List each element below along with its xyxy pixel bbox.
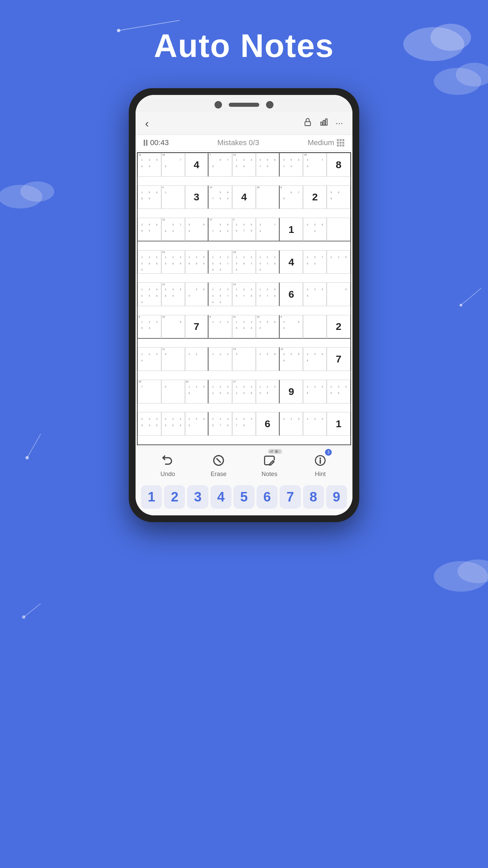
num-button-5[interactable]: 5 xyxy=(233,485,255,509)
sudoku-cell-8-2[interactable]: 2589 xyxy=(185,412,209,436)
sudoku-cell-0-0[interactable]: 2112569 xyxy=(138,153,161,177)
sudoku-cell-3-0[interactable]: 1235689 xyxy=(138,250,161,274)
sudoku-cell-6-2[interactable]: 12 xyxy=(185,347,209,371)
num-button-2[interactable]: 2 xyxy=(164,485,185,509)
num-button-6[interactable]: 6 xyxy=(257,485,278,509)
sudoku-cell-1-6[interactable]: 8679 xyxy=(280,185,303,209)
sudoku-cell-1-1[interactable]: 41 xyxy=(161,185,185,209)
sudoku-cell-0-6[interactable]: 35679 xyxy=(280,153,303,177)
sudoku-cell-2-5[interactable]: 379 xyxy=(256,218,280,241)
more-icon[interactable]: ··· xyxy=(336,118,343,129)
sudoku-cell-2-7[interactable]: 4569 xyxy=(303,218,327,241)
sudoku-cell-7-2[interactable]: 221258 xyxy=(185,380,209,403)
sudoku-cell-1-0[interactable]: 15689 xyxy=(138,185,161,209)
sudoku-cell-6-1[interactable]: 116 xyxy=(161,347,185,371)
sudoku-cell-0-8[interactable]: 8 xyxy=(327,153,350,177)
sudoku-cell-6-7[interactable]: 4589 xyxy=(303,347,327,371)
sudoku-cell-4-1[interactable]: 1234589 xyxy=(161,282,185,306)
sudoku-cell-4-3[interactable]: 12345789 xyxy=(208,282,232,306)
back-button[interactable]: ‹ xyxy=(145,117,149,130)
sudoku-cell-0-1[interactable]: 1979 xyxy=(161,153,185,177)
sudoku-cell-1-8[interactable]: 569 xyxy=(327,185,350,209)
sudoku-cell-8-7[interactable]: 345 xyxy=(303,412,327,436)
sudoku-cell-1-4[interactable]: 4 xyxy=(232,185,256,209)
sudoku-cell-7-7[interactable]: 3456 xyxy=(303,380,327,403)
sudoku-cell-6-8[interactable]: 7 xyxy=(327,347,350,371)
sudoku-cell-7-0[interactable]: 297 xyxy=(138,380,161,403)
sudoku-cell-7-5[interactable]: 12356 xyxy=(256,380,280,403)
notes-toggle[interactable]: off xyxy=(268,449,282,454)
sudoku-cell-5-6[interactable]: 9389 xyxy=(280,315,303,339)
sudoku-cell-6-3[interactable]: 123 xyxy=(208,347,232,371)
num-button-3[interactable]: 3 xyxy=(187,485,208,509)
sudoku-cell-1-5[interactable]: 16 xyxy=(256,185,280,209)
sudoku-cell-2-1[interactable]: 125789 xyxy=(161,218,185,241)
sudoku-cell-8-5[interactable]: 6 xyxy=(256,412,280,436)
sudoku-cell-7-6[interactable]: 9 xyxy=(280,380,303,403)
sudoku-cell-2-0[interactable]: 25689 xyxy=(138,218,161,241)
sudoku-cell-3-1[interactable]: 24123589 xyxy=(161,250,185,274)
sudoku-cell-7-3[interactable]: 123458 xyxy=(208,380,232,403)
sudoku-cell-6-4[interactable]: 145 xyxy=(232,347,256,371)
sudoku-cell-2-8[interactable] xyxy=(327,218,350,241)
sudoku-cell-5-0[interactable]: 812356 xyxy=(138,315,161,339)
sudoku-cell-3-3[interactable]: 12356789 xyxy=(208,250,232,274)
sudoku-cell-1-2[interactable]: 3 xyxy=(185,185,209,209)
sudoku-cell-5-4[interactable]: 21123568 xyxy=(232,315,256,339)
sudoku-cell-4-0[interactable]: 1234589 xyxy=(138,282,161,306)
num-button-4[interactable]: 4 xyxy=(210,485,231,509)
sudoku-cell-4-4[interactable]: 14123578 xyxy=(232,282,256,306)
sudoku-cell-4-8[interactable]: 9 xyxy=(327,282,350,306)
sudoku-cell-4-7[interactable]: 2359 xyxy=(303,282,327,306)
sudoku-cell-7-8[interactable]: 23456 xyxy=(327,380,350,403)
sudoku-cell-8-1[interactable]: 234589 xyxy=(161,412,185,436)
sudoku-cell-1-7[interactable]: 2 xyxy=(303,185,327,209)
num-button-7[interactable]: 7 xyxy=(280,485,301,509)
num-button-8[interactable]: 8 xyxy=(303,485,324,509)
sudoku-cell-3-8[interactable]: 235 xyxy=(327,250,350,274)
sudoku-cell-5-5[interactable]: 104589 xyxy=(256,315,280,339)
sudoku-cell-4-5[interactable]: 123578 xyxy=(256,282,280,306)
chart-icon[interactable] xyxy=(319,117,329,129)
sudoku-cell-8-3[interactable]: 234578 xyxy=(208,412,232,436)
sudoku-cell-2-6[interactable]: 1 xyxy=(280,218,303,241)
sudoku-cell-8-4[interactable]: 23578 xyxy=(232,412,256,436)
sudoku-cell-0-7[interactable]: 29379 xyxy=(303,153,327,177)
undo-button[interactable]: Undo xyxy=(159,452,177,478)
num-button-1[interactable]: 1 xyxy=(141,485,162,509)
sudoku-cell-0-5[interactable]: 35679 xyxy=(256,153,280,177)
sudoku-cell-6-0[interactable]: 1235 xyxy=(138,347,161,371)
sudoku-cell-6-5[interactable]: 458 xyxy=(256,347,280,371)
pause-icon[interactable] xyxy=(144,140,147,146)
sudoku-cell-6-6[interactable]: 123589 xyxy=(280,347,303,371)
sudoku-cell-2-4[interactable]: 4235678 xyxy=(232,218,256,241)
sudoku-cell-8-8[interactable]: 1 xyxy=(327,412,350,436)
sudoku-cell-2-3[interactable]: 1756789 xyxy=(208,218,232,241)
sudoku-cell-5-3[interactable]: 6123 xyxy=(208,315,232,339)
sudoku-cell-5-7[interactable] xyxy=(303,315,327,339)
sudoku-cell-3-2[interactable]: 125689 xyxy=(185,250,209,274)
sudoku-cell-5-1[interactable]: 158 xyxy=(161,315,185,339)
sudoku-cell-0-2[interactable]: 4 xyxy=(185,153,209,177)
sudoku-cell-8-6[interactable]: 235 xyxy=(280,412,303,436)
sudoku-cell-5-2[interactable]: 7 xyxy=(185,315,209,339)
sudoku-cell-3-4[interactable]: 181235678 xyxy=(232,250,256,274)
sudoku-cell-0-4[interactable]: 1312359 xyxy=(232,153,256,177)
notes-button[interactable]: off Notes xyxy=(261,452,278,478)
sudoku-cell-2-2[interactable]: 589 xyxy=(185,218,209,241)
hint-button[interactable]: 3 Hint xyxy=(311,452,329,478)
sudoku-cell-8-0[interactable]: 234589 xyxy=(138,412,161,436)
sudoku-cell-5-8[interactable]: 2 xyxy=(327,315,350,339)
erase-button[interactable]: Erase xyxy=(210,452,227,478)
sudoku-cell-7-1[interactable]: 5 xyxy=(161,380,185,403)
sudoku-cell-3-6[interactable]: 4 xyxy=(280,250,303,274)
sudoku-cell-0-3[interactable]: 7679 xyxy=(208,153,232,177)
sudoku-cell-4-6[interactable]: 6 xyxy=(280,282,303,306)
num-button-9[interactable]: 9 xyxy=(326,485,347,509)
sudoku-cell-3-7[interactable]: 35789 xyxy=(303,250,327,274)
sudoku-cell-3-5[interactable]: 1235789 xyxy=(256,250,280,274)
sudoku-cell-1-3[interactable]: 1356789 xyxy=(208,185,232,209)
sudoku-cell-7-4[interactable]: 17123458 xyxy=(232,380,256,403)
lock-icon[interactable] xyxy=(303,117,312,129)
sudoku-cell-4-2[interactable]: 589 xyxy=(185,282,209,306)
